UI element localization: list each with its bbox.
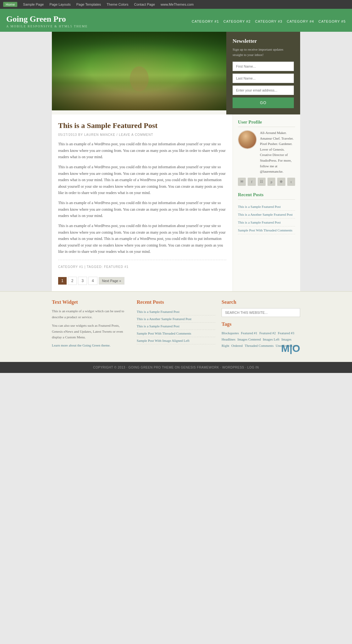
main-navigation: CATEGORY #1 CATEGORY #2 CATEGORY #3 CATE… bbox=[192, 19, 346, 23]
footer-recent-link-3[interactable]: This is a Sample Featured Post bbox=[137, 324, 179, 328]
nav-methemes[interactable]: www.MeThemes.com bbox=[161, 3, 194, 6]
text-widget-link[interactable]: Learn more about the Going Green theme. bbox=[52, 343, 111, 347]
newsletter-title: Newsletter bbox=[233, 38, 294, 44]
recent-posts-list: This is a Sample Featured Post This is a… bbox=[238, 203, 295, 234]
tags-list: Blockquotes Featured #1 Featured #2 Feat… bbox=[222, 330, 300, 349]
pagination-next[interactable]: Next Page » bbox=[99, 277, 125, 285]
post-title: This is a Sample Featured Post bbox=[58, 121, 226, 130]
nav-theme-colors[interactable]: Theme Colors bbox=[107, 3, 128, 6]
footer-copyright: COPYRIGHT © 2013 · GOING GREEN PRO THEME… bbox=[4, 366, 348, 369]
list-item: Sample Post With Image Aligned Left bbox=[137, 337, 215, 344]
post-footer-sep: | Tagged: bbox=[85, 265, 104, 269]
site-title: Going Green Pro bbox=[6, 14, 88, 24]
tags-heading: Tags bbox=[222, 321, 300, 327]
post-divider bbox=[58, 260, 226, 260]
tags-section: Tags Blockquotes Featured #1 Featured #2… bbox=[222, 321, 300, 349]
rss-icon[interactable]: ⊕ bbox=[277, 178, 285, 186]
list-item: This is a Sample Featured Post bbox=[137, 308, 215, 315]
pagination-page-3[interactable]: 3 bbox=[78, 277, 87, 285]
post-tag-link[interactable]: Featured #1 bbox=[104, 265, 129, 269]
newsletter-email[interactable] bbox=[233, 86, 294, 95]
list-item: This is a Sample Featured Post bbox=[238, 219, 295, 226]
search-tags-widget: Search Tags Blockquotes Featured #1 Feat… bbox=[222, 299, 300, 354]
newsletter-submit-button[interactable]: GO bbox=[233, 97, 294, 108]
nav-cat2[interactable]: CATEGORY #2 bbox=[223, 19, 251, 23]
tag-headlines[interactable]: Headlines bbox=[222, 337, 235, 341]
recent-post-link-2[interactable]: This is a Another Sample Featured Post bbox=[238, 213, 293, 216]
list-item: Sample Post With Threaded Comments bbox=[137, 330, 215, 337]
user-profile-widget: User Profile All-Around Maker. Amateur C… bbox=[238, 119, 295, 186]
instagram-icon[interactable]: ☷ bbox=[258, 178, 266, 186]
list-item: This is a Sample Featured Post bbox=[137, 323, 215, 330]
pinterest-icon[interactable]: p bbox=[267, 178, 275, 186]
text-widget-heading: Text Widget bbox=[52, 299, 130, 305]
post-author[interactable]: Lauren Mancke bbox=[84, 133, 115, 136]
social-icons: ✉ f ☷ p ⊕ t bbox=[238, 178, 295, 186]
tag-blockquotes[interactable]: Blockquotes bbox=[222, 331, 239, 335]
footer-recent-link-1[interactable]: This is a Sample Featured Post bbox=[137, 310, 179, 314]
nav-page-templates[interactable]: Page Templates bbox=[76, 3, 101, 6]
post-meta: 05/27/2013 By Lauren Mancke / Leave a Co… bbox=[58, 133, 226, 136]
text-widget-p2: You can also use widgets such as Feature… bbox=[52, 323, 130, 340]
avatar bbox=[238, 130, 257, 149]
newsletter-widget: Newsletter Sign up to receive important … bbox=[226, 32, 300, 114]
content-wrapper: Newsletter Sign up to receive important … bbox=[52, 32, 300, 291]
newsletter-first-name[interactable] bbox=[233, 62, 294, 71]
tag-ordered[interactable]: Ordered bbox=[231, 344, 243, 347]
pagination-page-2[interactable]: 2 bbox=[68, 277, 77, 285]
list-item: This is a Another Sample Featured Post bbox=[137, 315, 215, 323]
text-widget: Text Widget This is an example of a widg… bbox=[52, 299, 130, 354]
nav-page-layouts[interactable]: Page Layouts bbox=[49, 3, 70, 6]
search-input[interactable] bbox=[222, 308, 300, 317]
sidebar: User Profile All-Around Maker. Amateur C… bbox=[233, 114, 300, 291]
footer-recent-posts-heading: Recent Posts bbox=[137, 299, 215, 305]
tag-featured3[interactable]: Featured #3 bbox=[278, 331, 294, 335]
list-item: Sample Post With Threaded Comments bbox=[238, 226, 295, 234]
post-comment-link[interactable]: Leave a Comment bbox=[119, 133, 153, 136]
footer-widgets: Text Widget This is an example of a widg… bbox=[0, 291, 352, 362]
tag-featured2[interactable]: Featured #2 bbox=[259, 331, 276, 335]
user-bio: All-Around Maker. Amateur Chef. Traveler… bbox=[260, 130, 295, 175]
pagination: 1 2 3 4 Next Page » bbox=[58, 274, 226, 285]
nav-cat1[interactable]: CATEGORY #1 bbox=[192, 19, 219, 23]
recent-post-link-4[interactable]: Sample Post With Threaded Comments bbox=[238, 228, 292, 232]
recent-post-link-1[interactable]: This is a Sample Featured Post bbox=[238, 205, 281, 208]
email-icon[interactable]: ✉ bbox=[238, 178, 246, 186]
footer-recent-link-4[interactable]: Sample Post With Threaded Comments bbox=[137, 331, 191, 335]
nav-cat5[interactable]: CATEGORY #5 bbox=[318, 19, 346, 23]
top-navigation: Home Sample Page Page Layouts Page Templ… bbox=[0, 0, 352, 9]
footer-widgets-row: Text Widget This is an example of a widg… bbox=[52, 299, 300, 354]
post-paragraph-4: This is an example of a WordPress post, … bbox=[58, 223, 226, 255]
main-content-row: This is a Sample Featured Post 05/27/201… bbox=[52, 114, 300, 291]
footer-recent-link-5[interactable]: Sample Post With Image Aligned Left bbox=[137, 339, 190, 342]
recent-post-link-3[interactable]: This is a Sample Featured Post bbox=[238, 220, 281, 224]
tag-threaded[interactable]: Threaded Comments bbox=[245, 344, 274, 347]
hero-section: Newsletter Sign up to receive important … bbox=[52, 32, 300, 114]
facebook-icon[interactable]: f bbox=[248, 178, 256, 186]
nav-contact-page[interactable]: Contact Page bbox=[134, 3, 155, 6]
twitter-icon[interactable]: t bbox=[287, 178, 295, 186]
pagination-page-4[interactable]: 4 bbox=[88, 277, 97, 285]
post-date: 05/27/2013 bbox=[58, 133, 77, 136]
pagination-current: 1 bbox=[58, 277, 67, 285]
list-item: This is a Sample Featured Post bbox=[238, 203, 295, 211]
text-widget-p1: This is an example of a widget which can… bbox=[52, 308, 130, 320]
nav-cat4[interactable]: CATEGORY #4 bbox=[287, 19, 314, 23]
featured-post: This is a Sample Featured Post 05/27/201… bbox=[58, 121, 226, 269]
newsletter-last-name[interactable] bbox=[233, 74, 294, 83]
post-content: This is an example of a WordPress post, … bbox=[58, 141, 226, 255]
nav-cat3[interactable]: CATEGORY #3 bbox=[255, 19, 283, 23]
user-profile-heading: User Profile bbox=[238, 119, 295, 127]
recent-posts-heading: Recent Posts bbox=[238, 192, 295, 200]
nav-home[interactable]: Home bbox=[3, 2, 17, 7]
nav-sample-page[interactable]: Sample Page bbox=[23, 3, 44, 6]
footer-recent-link-2[interactable]: This is a Another Sample Featured Post bbox=[137, 317, 191, 321]
site-footer: COPYRIGHT © 2013 · GOING GREEN PRO THEME… bbox=[0, 362, 352, 373]
post-footer: Category #1 | Tagged: Featured #1 bbox=[58, 265, 226, 269]
tag-images-centered[interactable]: Images Centered bbox=[237, 337, 261, 341]
tag-images-left[interactable]: Images Left bbox=[263, 337, 279, 341]
tag-featured1[interactable]: Featured #1 bbox=[241, 331, 257, 335]
site-subtitle: A Mobile Responsive & HTML5 Theme bbox=[6, 25, 88, 28]
tag-unordered[interactable]: Unordered Lists bbox=[276, 344, 298, 347]
post-category-link[interactable]: Category #1 bbox=[58, 265, 83, 269]
